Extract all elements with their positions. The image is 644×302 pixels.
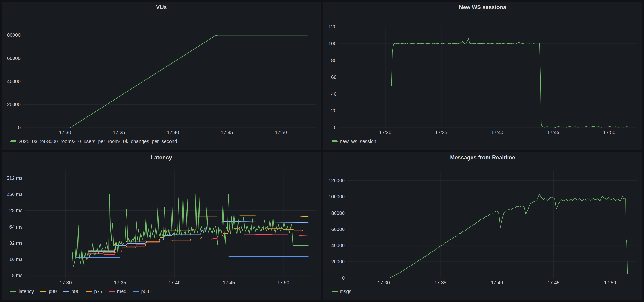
- chart-svg: 17:3017:3517:4017:4517:50020000400006000…: [2, 12, 321, 136]
- x-tick-label: 17:30: [379, 130, 391, 135]
- y-tick-label: 20000: [7, 102, 20, 107]
- y-tick-label: 40000: [331, 242, 345, 248]
- y-tick-label: 16 ms: [10, 256, 22, 262]
- x-tick-label: 17:40: [167, 130, 179, 135]
- x-tick-label: 17:50: [603, 130, 615, 135]
- x-tick-label: 17:50: [604, 280, 616, 285]
- y-tick-label: 100: [328, 41, 336, 46]
- series-new_ws_session: [391, 38, 636, 127]
- y-tick-label: 80: [331, 58, 336, 63]
- y-tick-label: 60000: [7, 56, 20, 61]
- y-tick-label: 80000: [7, 32, 20, 38]
- series-latency: [72, 194, 308, 267]
- y-tick-label: 40: [331, 91, 336, 97]
- panel-latency: Latency 17:3017:3517:4017:4517:508 ms16 …: [2, 152, 321, 300]
- y-tick-label: 40000: [7, 79, 20, 84]
- y-tick-label: 512 ms: [6, 176, 22, 181]
- chart-vus[interactable]: 17:3017:3517:4017:4517:50020000400006000…: [2, 12, 321, 136]
- y-tick-label: 20: [331, 108, 336, 113]
- chart-latency[interactable]: 17:3017:3517:4017:4517:508 ms16 ms32 ms6…: [2, 162, 321, 286]
- x-tick-label: 17:45: [223, 280, 235, 285]
- legend-swatch: [10, 140, 16, 142]
- legend-swatch: [10, 291, 16, 292]
- y-tick-label: 0: [334, 125, 336, 130]
- x-tick-label: 17:40: [491, 130, 503, 135]
- legend-swatch: [332, 291, 338, 292]
- y-tick-label: 64 ms: [10, 224, 22, 229]
- series-p0.01: [76, 256, 308, 257]
- y-tick-label: 120: [328, 24, 336, 29]
- legend-item-p99[interactable]: p99: [40, 289, 56, 294]
- legend-item-p75[interactable]: p75: [86, 289, 102, 294]
- panel-new-ws-sessions: New WS sessions 17:3017:3517:4017:4517:5…: [323, 2, 642, 150]
- series-msgs: [390, 194, 627, 277]
- legend-swatch: [63, 291, 69, 292]
- x-tick-label: 17:30: [378, 280, 390, 285]
- legend-swatch: [332, 140, 338, 142]
- legend-label: msgs: [340, 289, 352, 294]
- x-tick-label: 17:35: [114, 280, 126, 285]
- legend-label: latency: [18, 289, 34, 294]
- y-tick-label: 0: [18, 125, 20, 130]
- legend-item-p0.01[interactable]: p0.01: [133, 289, 153, 294]
- legend-label: p75: [94, 289, 102, 294]
- panel-title-new-ws-sessions[interactable]: New WS sessions: [324, 2, 642, 12]
- y-tick-label: 60000: [331, 226, 345, 232]
- panel-title-messages-from-realtime[interactable]: Messages from Realtime: [324, 152, 642, 162]
- y-tick-label: 0: [342, 275, 344, 280]
- legend-label: 2025_03_24-8000_rooms-10_users_per_room-…: [18, 139, 177, 144]
- chart-svg: 17:3017:3517:4017:4517:50020000400006000…: [324, 162, 642, 286]
- x-tick-label: 17:40: [168, 280, 180, 285]
- chart-new-ws-sessions[interactable]: 17:3017:3517:4017:4517:50020406080100120: [324, 12, 642, 136]
- y-tick-label: 80000: [331, 210, 345, 216]
- x-tick-label: 17:35: [113, 130, 125, 135]
- legend-swatch: [40, 291, 46, 292]
- legend-label: med: [117, 289, 126, 294]
- panel-title-latency[interactable]: Latency: [2, 152, 321, 162]
- y-tick-label: 128 ms: [6, 208, 22, 213]
- legend-item-2025_03_24-8000_rooms-10_users_per_room-10k_changes_per_second[interactable]: 2025_03_24-8000_rooms-10_users_per_room-…: [10, 139, 177, 144]
- chart-messages-from-realtime[interactable]: 17:3017:3517:4017:4517:50020000400006000…: [324, 162, 642, 286]
- y-tick-label: 8 ms: [12, 272, 22, 278]
- y-tick-label: 32 ms: [10, 240, 22, 246]
- legend-label: p90: [72, 289, 80, 294]
- legend-latency: latencyp99p90p75medp0.01: [2, 286, 321, 300]
- series-med: [88, 234, 308, 259]
- x-tick-label: 17:30: [60, 280, 72, 285]
- legend-label: p99: [48, 289, 56, 294]
- x-tick-label: 17:45: [221, 130, 233, 135]
- dashboard: VUs 17:3017:3517:4017:4517:5002000040000…: [0, 0, 644, 302]
- legend-item-p90[interactable]: p90: [63, 289, 80, 294]
- legend-label: p0.01: [141, 289, 153, 294]
- legend-item-latency[interactable]: latency: [10, 289, 34, 294]
- y-tick-label: 120000: [328, 178, 345, 183]
- legend-item-msgs[interactable]: msgs: [332, 289, 352, 294]
- x-tick-label: 17:40: [491, 280, 503, 285]
- x-tick-label: 17:35: [435, 130, 447, 135]
- y-tick-label: 256 ms: [6, 192, 22, 197]
- y-tick-label: 20000: [331, 259, 345, 264]
- legend-label: new_ws_session: [340, 139, 376, 144]
- x-tick-label: 17:50: [277, 280, 290, 285]
- legend-item-new_ws_session[interactable]: new_ws_session: [332, 139, 376, 144]
- legend-swatch: [133, 291, 139, 292]
- legend-vus: 2025_03_24-8000_rooms-10_users_per_room-…: [2, 136, 321, 150]
- legend-new-ws-sessions: new_ws_session: [324, 136, 642, 150]
- x-tick-label: 17:45: [548, 280, 560, 285]
- x-tick-label: 17:50: [275, 130, 287, 135]
- x-tick-label: 17:30: [59, 130, 71, 135]
- panel-title-vus[interactable]: VUs: [2, 2, 321, 12]
- legend-swatch: [86, 291, 92, 292]
- panel-messages-from-realtime: Messages from Realtime 17:3017:3517:4017…: [323, 152, 642, 300]
- legend-messages-from-realtime: msgs: [324, 286, 642, 300]
- panel-vus: VUs 17:3017:3517:4017:4517:5002000040000…: [2, 2, 321, 150]
- chart-svg: 17:3017:3517:4017:4517:50020406080100120: [324, 12, 642, 136]
- chart-svg: 17:3017:3517:4017:4517:508 ms16 ms32 ms6…: [2, 162, 321, 286]
- x-tick-label: 17:35: [434, 280, 446, 285]
- legend-item-med[interactable]: med: [109, 289, 126, 294]
- legend-swatch: [109, 291, 115, 292]
- x-tick-label: 17:45: [547, 130, 559, 135]
- y-tick-label: 100000: [328, 194, 345, 199]
- y-tick-label: 60: [331, 74, 336, 80]
